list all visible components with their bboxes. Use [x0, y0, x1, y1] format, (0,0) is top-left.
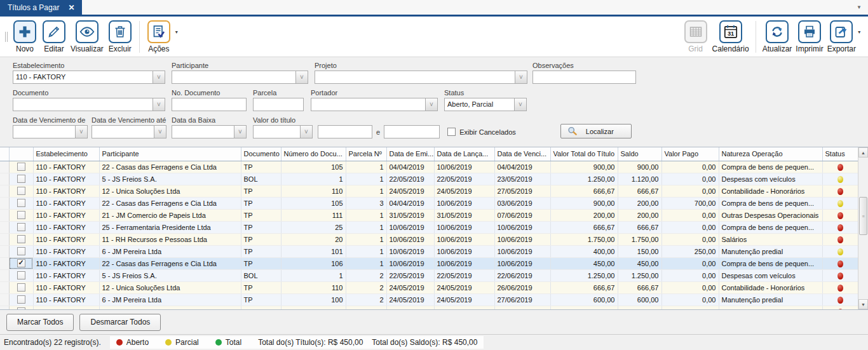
- exportar-caret-icon[interactable]: ▾: [858, 29, 860, 35]
- no-documento-input[interactable]: [172, 98, 247, 111]
- row-check-cell[interactable]: [9, 281, 33, 293]
- header-documento[interactable]: Documento: [241, 147, 281, 161]
- projeto-combo[interactable]: ˅: [315, 71, 527, 84]
- valor-de-input[interactable]: [318, 125, 372, 138]
- header-valor-total[interactable]: Valor Total do Título: [550, 147, 618, 161]
- row-checkbox[interactable]: [17, 223, 25, 231]
- table-row[interactable]: 110 - FAKTORY 6 - JM Pereira Ltda TP 101…: [0, 245, 858, 257]
- editar-button[interactable]: Editar: [39, 20, 69, 53]
- data-baixa-combo[interactable]: ˅: [172, 125, 247, 138]
- status-combo[interactable]: Aberto, Parcial ˅: [444, 98, 527, 111]
- observacoes-input[interactable]: [532, 71, 636, 84]
- toolbar-grip[interactable]: [5, 32, 8, 42]
- portador-combo[interactable]: ˅: [311, 98, 438, 111]
- exibir-cancelados-option[interactable]: Exibir Cancelados: [447, 125, 516, 138]
- scroll-down-icon[interactable]: ▼: [858, 299, 868, 309]
- data-vencimento-ate-combo[interactable]: ˅: [92, 125, 166, 138]
- chevron-down-icon[interactable]: ˅: [514, 98, 526, 111]
- row-checkbox[interactable]: [17, 247, 25, 255]
- chevron-down-icon[interactable]: ˅: [154, 126, 166, 138]
- estabelecimento-combo[interactable]: 110 - FAKTORY ˅: [13, 71, 165, 84]
- header-natureza[interactable]: Natureza Operação: [719, 147, 822, 161]
- table-row[interactable]: 110 - FAKTORY 11 - RH Recursos e Pessoas…: [0, 233, 858, 245]
- table-row[interactable]: 110 - FAKTORY 22 - Casas das Ferragens e…: [0, 197, 858, 209]
- chevron-down-icon[interactable]: ˅: [234, 126, 246, 138]
- row-check-cell[interactable]: [9, 173, 33, 185]
- table-row[interactable]: 110 - FAKTORY 25 - Ferramentaria Preside…: [0, 221, 858, 233]
- chevron-down-icon[interactable]: ˅: [153, 98, 165, 111]
- table-row[interactable]: 110 - FAKTORY 21 - JM Comercio de Papeis…: [0, 209, 858, 221]
- header-status[interactable]: Status: [822, 147, 858, 161]
- row-checkbox[interactable]: [17, 187, 25, 195]
- row-checkbox[interactable]: [17, 235, 25, 243]
- table-row[interactable]: 110 - FAKTORY 5 - JS Freios S.A. BOL 1 1…: [0, 173, 858, 185]
- marcar-todos-button[interactable]: Marcar Todos: [6, 314, 74, 331]
- calendario-button[interactable]: 31 Calendário: [710, 20, 751, 53]
- header-participante[interactable]: Participante: [99, 147, 241, 161]
- row-checkbox[interactable]: [17, 295, 25, 304]
- tab-titulos-a-pagar[interactable]: Títulos a Pagar ✕: [0, 0, 82, 15]
- scrollbar-thumb[interactable]: ≡: [859, 197, 867, 235]
- row-check-cell[interactable]: [9, 233, 33, 245]
- table-row[interactable]: 110 - FAKTORY 22 - Casas das Ferragens e…: [0, 257, 858, 269]
- data-vencimento-de-combo[interactable]: ˅: [13, 125, 88, 138]
- row-check-cell[interactable]: [9, 257, 33, 269]
- row-checkbox[interactable]: [17, 199, 25, 207]
- row-check-cell[interactable]: [9, 269, 33, 281]
- table-row[interactable]: 110 - FAKTORY 22 - Casas das Ferragens e…: [0, 306, 858, 310]
- excluir-button[interactable]: Excluir: [105, 20, 135, 53]
- row-check-cell[interactable]: [9, 197, 33, 209]
- imprimir-button[interactable]: Imprimir: [794, 20, 825, 53]
- row-check-cell[interactable]: [9, 161, 33, 173]
- valor-ate-input[interactable]: [384, 125, 440, 138]
- acoes-caret-icon[interactable]: ▾: [175, 29, 178, 35]
- participante-combo[interactable]: ˅: [172, 71, 308, 84]
- parcela-input[interactable]: [253, 98, 304, 111]
- table-row[interactable]: 110 - FAKTORY 6 - JM Pereira Ltda TP 100…: [0, 293, 858, 306]
- row-check-cell[interactable]: [9, 245, 33, 257]
- header-saldo[interactable]: Saldo: [618, 147, 661, 161]
- row-checkbox[interactable]: [17, 211, 25, 219]
- row-check-cell[interactable]: [9, 293, 33, 306]
- chevron-down-icon[interactable]: ˅: [300, 126, 312, 138]
- row-checkbox[interactable]: [17, 307, 25, 310]
- row-check-cell[interactable]: [9, 209, 33, 221]
- table-row[interactable]: 110 - FAKTORY 12 - Unica Soluções Ltda T…: [0, 281, 858, 293]
- visualizar-button[interactable]: Visualizar: [69, 20, 105, 53]
- atualizar-button[interactable]: Atualizar: [761, 20, 794, 53]
- novo-button[interactable]: Novo: [10, 20, 39, 53]
- header-numero-documento[interactable]: Número do Docu...: [281, 147, 346, 161]
- header-data-lancamento[interactable]: Data de Lança...: [434, 147, 494, 161]
- header-valor-pago[interactable]: Valor Pago: [661, 147, 719, 161]
- row-checkbox[interactable]: [17, 271, 25, 279]
- header-parcela[interactable]: Parcela Nº: [346, 147, 386, 161]
- desmarcar-todos-button[interactable]: Desmarcar Todos: [79, 314, 161, 331]
- chevron-down-icon[interactable]: ˅: [295, 71, 308, 83]
- table-row[interactable]: 110 - FAKTORY 5 - JS Freios S.A. BOL 1 2…: [0, 269, 858, 281]
- close-icon[interactable]: ✕: [68, 3, 74, 12]
- localizar-button[interactable]: Localizar: [560, 124, 632, 138]
- acoes-button[interactable]: ▾ Ações: [144, 20, 173, 53]
- header-data-vencimento[interactable]: Data de Venci...: [494, 147, 550, 161]
- table-row[interactable]: 110 - FAKTORY 12 - Unica Soluções Ltda T…: [0, 185, 858, 197]
- row-check-cell[interactable]: [9, 306, 33, 310]
- row-check-cell[interactable]: [9, 185, 33, 197]
- vertical-scrollbar[interactable]: ▲ ≡ ▼: [858, 147, 868, 309]
- row-check-cell[interactable]: [9, 221, 33, 233]
- valor-titulo-combo[interactable]: ˅: [253, 125, 313, 138]
- row-checkbox[interactable]: [17, 175, 25, 183]
- row-checkbox[interactable]: [17, 163, 25, 171]
- header-estabelecimento[interactable]: Estabelecimento: [33, 147, 99, 161]
- row-checkbox[interactable]: [17, 283, 25, 292]
- chevron-down-icon[interactable]: ˅: [515, 71, 527, 83]
- scroll-up-icon[interactable]: ▲: [858, 147, 868, 158]
- table-row[interactable]: 110 - FAKTORY 22 - Casas das Ferragens e…: [0, 161, 858, 173]
- chevron-down-icon[interactable]: ˅: [153, 71, 165, 83]
- chevron-down-icon[interactable]: ˅: [425, 98, 437, 111]
- exibir-cancelados-checkbox[interactable]: [447, 128, 456, 136]
- documento-combo[interactable]: ˅: [13, 98, 165, 111]
- tab-overflow-caret-icon[interactable]: ▼: [850, 4, 868, 10]
- row-checkbox[interactable]: [17, 259, 25, 267]
- exportar-button[interactable]: ▾ Exportar: [825, 20, 858, 53]
- header-data-emissao[interactable]: Data de Emi...: [386, 147, 434, 161]
